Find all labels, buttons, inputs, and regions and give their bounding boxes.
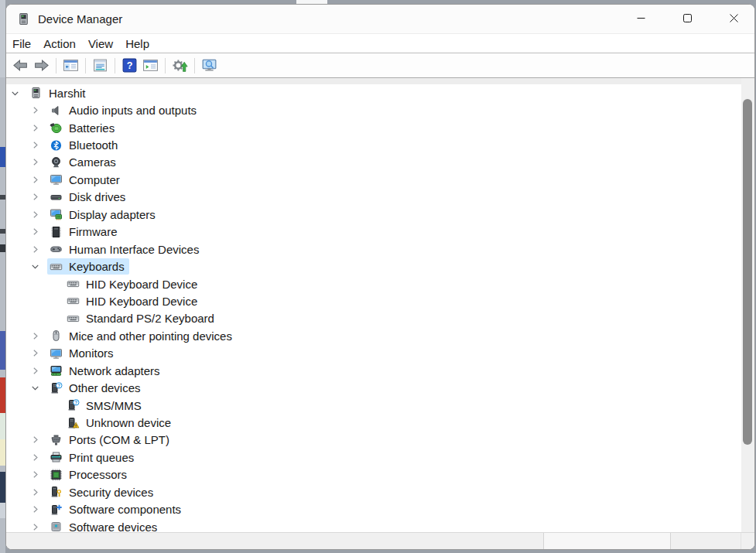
maximize-button[interactable] xyxy=(669,5,705,33)
chevron-right-icon[interactable] xyxy=(28,364,43,377)
tree-item-content[interactable]: Disk drives xyxy=(47,189,130,205)
tree-item-content[interactable]: Network adapters xyxy=(47,363,165,379)
menu-file[interactable]: File xyxy=(6,36,37,52)
chevron-right-icon[interactable] xyxy=(28,156,43,169)
tree-item[interactable]: ?SMS/MMS xyxy=(6,397,754,414)
tree-item[interactable]: Unknown device xyxy=(6,414,754,431)
tree-item-content[interactable]: Processors xyxy=(47,466,132,483)
tree-item[interactable]: Human Interface Devices xyxy=(6,241,754,258)
menu-view[interactable]: View xyxy=(82,36,119,52)
chevron-down-icon[interactable] xyxy=(8,87,22,99)
tree-item-content[interactable]: HID Keyboard Device xyxy=(64,293,202,309)
disk-drive-icon xyxy=(50,191,63,203)
vertical-scrollbar[interactable] xyxy=(741,78,754,532)
tree-item-label: HID Keyboard Device xyxy=(86,278,197,291)
tree-item[interactable]: Network adapters xyxy=(6,362,754,379)
show-console-tree-button[interactable] xyxy=(60,56,81,76)
tree-item-content[interactable]: Batteries xyxy=(47,120,119,136)
tree-item[interactable]: Software components xyxy=(6,501,754,518)
tree-item-content[interactable]: Audio inputs and outputs xyxy=(47,102,201,118)
chevron-right-icon[interactable] xyxy=(28,347,43,360)
tree-item[interactable]: Software devices xyxy=(6,518,754,532)
tree-item-content[interactable]: Bluetooth xyxy=(47,137,122,153)
tree-item-content[interactable]: Software devices xyxy=(47,519,162,532)
forward-button[interactable] xyxy=(31,56,52,76)
tree-item[interactable]: Cameras xyxy=(6,154,754,171)
menu-help[interactable]: Help xyxy=(119,36,156,52)
tree-item-content[interactable]: ?SMS/MMS xyxy=(64,398,146,414)
tree-item[interactable]: Batteries xyxy=(6,119,754,136)
tree-item-content[interactable]: Display adapters xyxy=(47,207,160,223)
chevron-right-icon[interactable] xyxy=(28,469,43,481)
tree-item[interactable]: Security devices xyxy=(6,483,754,500)
tree-item-content[interactable]: Security devices xyxy=(47,484,158,500)
tree-item[interactable]: HID Keyboard Device xyxy=(6,292,754,309)
scan-hardware-changes-button[interactable] xyxy=(169,56,190,76)
tree-item[interactable]: Keyboards xyxy=(6,258,754,275)
chevron-right-icon[interactable] xyxy=(28,434,43,446)
tree-item-content[interactable]: Firmware xyxy=(47,224,122,240)
tree-item-content[interactable]: Harshit xyxy=(27,85,91,101)
tree-item-content[interactable]: Ports (COM & LPT) xyxy=(47,432,174,448)
chevron-down-icon[interactable] xyxy=(28,261,43,273)
tree-item[interactable]: ?Other devices xyxy=(6,379,754,396)
tree-item[interactable]: Mice and other pointing devices xyxy=(6,327,754,344)
tree-item[interactable]: Processors xyxy=(6,466,754,483)
pane-divider xyxy=(6,78,754,84)
tree-item[interactable]: Bluetooth xyxy=(6,136,754,153)
chevron-right-icon[interactable] xyxy=(28,451,43,463)
minimize-button[interactable] xyxy=(623,5,659,33)
tree-item-content[interactable]: Unknown device xyxy=(64,415,176,431)
tree-item-content[interactable]: ?Other devices xyxy=(47,380,145,396)
tree-item-label: Disk drives xyxy=(69,190,125,203)
menu-action[interactable]: Action xyxy=(37,36,82,52)
horizontal-scrollbar[interactable] xyxy=(6,532,754,549)
horizontal-scrollbar-thumb[interactable] xyxy=(543,533,671,549)
close-button[interactable] xyxy=(716,5,751,33)
tree-item-content[interactable]: Human Interface Devices xyxy=(47,241,204,258)
properties-button[interactable] xyxy=(90,56,111,76)
chevron-right-icon[interactable] xyxy=(28,243,43,255)
chevron-right-icon[interactable] xyxy=(28,521,43,532)
tree-item[interactable]: Firmware xyxy=(6,224,754,241)
tree-item-label: Computer xyxy=(69,173,120,186)
tree-item-content[interactable]: Software components xyxy=(47,501,186,517)
tree-item-content[interactable]: Print queues xyxy=(47,449,139,466)
tree-item-content-selected[interactable]: Keyboards xyxy=(47,258,129,275)
chevron-right-icon[interactable] xyxy=(28,504,43,516)
tree-item[interactable]: Display adapters xyxy=(6,206,754,223)
firmware-chip-icon xyxy=(50,226,63,238)
chevron-right-icon[interactable] xyxy=(28,173,43,186)
show-action-pane-button[interactable] xyxy=(140,56,161,76)
chevron-right-icon[interactable] xyxy=(28,121,43,134)
chevron-right-icon[interactable] xyxy=(28,191,43,203)
tree-item[interactable]: HID Keyboard Device xyxy=(6,275,754,292)
tree-item[interactable]: Computer xyxy=(6,171,754,188)
tree-item[interactable]: Harshit xyxy=(6,84,754,101)
tree-item-content[interactable]: Cameras xyxy=(47,154,121,170)
tree-item[interactable]: Disk drives xyxy=(6,189,754,206)
remote-computer-button[interactable] xyxy=(199,56,220,76)
chevron-right-icon[interactable] xyxy=(28,226,43,238)
chevron-right-icon[interactable] xyxy=(28,208,43,220)
tree-item[interactable]: Print queues xyxy=(6,449,754,466)
chevron-down-icon[interactable] xyxy=(28,382,43,394)
chevron-right-icon[interactable] xyxy=(28,104,43,117)
chevron-right-icon[interactable] xyxy=(28,329,43,342)
chevron-right-icon[interactable] xyxy=(28,139,43,152)
tree-item[interactable]: Audio inputs and outputs xyxy=(6,101,754,118)
tree-item-content[interactable]: Computer xyxy=(47,172,125,188)
tree-item[interactable]: Standard PS/2 Keyboard xyxy=(6,310,754,327)
help-button[interactable]: ? xyxy=(119,56,140,76)
tree-item-content[interactable]: Standard PS/2 Keyboard xyxy=(64,310,219,326)
tree-item-label: Standard PS/2 Keyboard xyxy=(86,312,214,325)
back-button[interactable] xyxy=(10,56,31,76)
tree-item[interactable]: Ports (COM & LPT) xyxy=(6,432,754,449)
chevron-right-icon[interactable] xyxy=(28,486,43,498)
tree-item-content[interactable]: HID Keyboard Device xyxy=(64,276,202,292)
mouse-icon xyxy=(50,329,63,342)
vertical-scrollbar-thumb[interactable] xyxy=(743,99,752,445)
tree-item[interactable]: Monitors xyxy=(6,345,754,362)
tree-item-content[interactable]: Monitors xyxy=(47,345,118,361)
tree-item-content[interactable]: Mice and other pointing devices xyxy=(47,328,237,344)
